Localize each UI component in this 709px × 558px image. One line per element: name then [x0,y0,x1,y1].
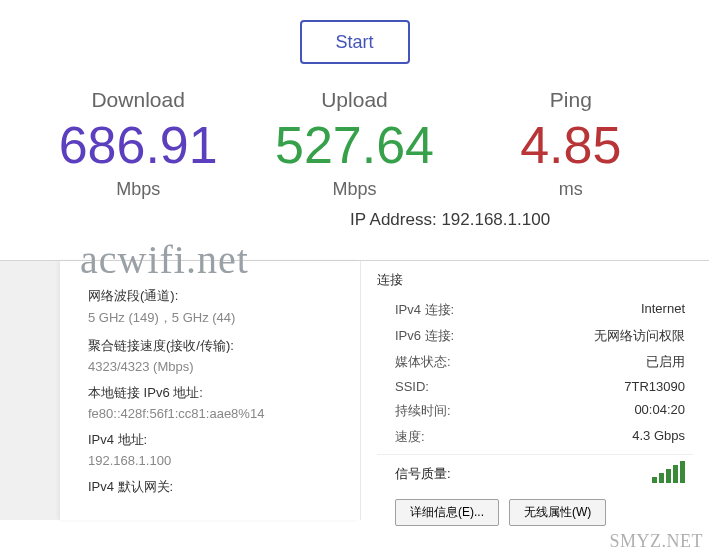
linklocal-ipv6-label: 本地链接 IPv6 地址: [88,384,348,402]
ipv4-address-value: 192.168.1.100 [88,453,348,468]
metric-upload: Upload 527.64 Mbps [246,88,462,200]
footer-watermark: SMYZ.NET [610,531,704,552]
ip-address-row: IP Address: 192.168.1.100 [30,210,679,230]
duration-row: 持续时间: 00:04:20 [377,398,693,424]
ipv4-conn-key: IPv4 连接: [395,301,454,319]
media-state-value: 已启用 [646,353,685,371]
ipv4-address-label: IPv4 地址: [88,431,348,449]
connection-title: 连接 [377,271,693,289]
ip-value: 192.168.1.100 [441,210,550,229]
ipv6-conn-row: IPv6 连接: 无网络访问权限 [377,323,693,349]
ipv4-conn-row: IPv4 连接: Internet [377,297,693,323]
linklocal-ipv6-value: fe80::428f:56f1:cc81:aae8%14 [88,406,348,421]
ssid-key: SSID: [395,379,429,394]
aggregate-speed-value: 4323/4323 (Mbps) [88,359,348,374]
ping-value: 4.85 [463,118,679,173]
ipv4-conn-value: Internet [641,301,685,319]
details-section: 网络波段(通道): 5 GHz (149)，5 GHz (44) 聚合链接速度(… [0,260,709,520]
ssid-value: 7TR13090 [624,379,685,394]
metric-ping: Ping 4.85 ms [463,88,679,200]
download-label: Download [30,88,246,112]
band-value: 5 GHz (149)，5 GHz (44) [88,309,348,327]
band-label: 网络波段(通道): [88,287,348,305]
ipv4-gateway-label: IPv4 默认网关: [88,478,348,496]
ssid-row: SSID: 7TR13090 [377,375,693,398]
duration-value: 00:04:20 [634,402,685,420]
ping-label: Ping [463,88,679,112]
upload-unit: Mbps [246,179,462,200]
speed-value: 4.3 Gbps [632,428,685,446]
ping-unit: ms [463,179,679,200]
signal-quality-row: 信号质量: [377,454,693,489]
duration-key: 持续时间: [395,402,451,420]
aggregate-speed-label: 聚合链接速度(接收/传输): [88,337,348,355]
media-state-key: 媒体状态: [395,353,451,371]
ipv6-conn-value: 无网络访问权限 [594,327,685,345]
metrics-row: Download 686.91 Mbps Upload 527.64 Mbps … [30,88,679,200]
metric-download: Download 686.91 Mbps [30,88,246,200]
speed-key: 速度: [395,428,425,446]
ip-label: IP Address: [350,210,437,229]
download-value: 686.91 [30,118,246,173]
signal-quality-label: 信号质量: [395,465,451,483]
adapter-details-pane: 网络波段(通道): 5 GHz (149)，5 GHz (44) 聚合链接速度(… [60,261,360,520]
speed-row: 速度: 4.3 Gbps [377,424,693,450]
upload-label: Upload [246,88,462,112]
ipv6-conn-key: IPv6 连接: [395,327,454,345]
download-unit: Mbps [30,179,246,200]
media-state-row: 媒体状态: 已启用 [377,349,693,375]
signal-bars-icon [652,461,685,483]
upload-value: 527.64 [246,118,462,173]
wireless-properties-button[interactable]: 无线属性(W) [509,499,606,526]
start-button[interactable]: Start [300,20,410,64]
connection-status-pane: 连接 IPv4 连接: Internet IPv6 连接: 无网络访问权限 媒体… [360,261,709,520]
details-button[interactable]: 详细信息(E)... [395,499,499,526]
